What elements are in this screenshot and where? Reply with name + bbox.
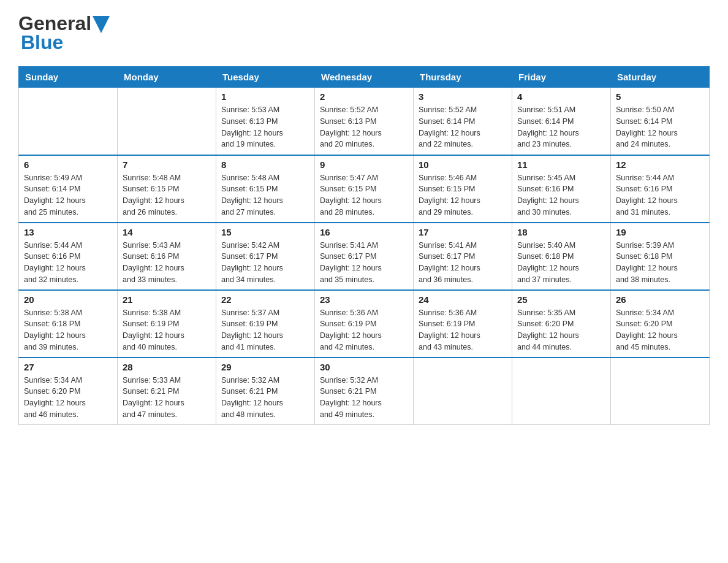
day-number: 8: [221, 159, 309, 170]
day-number: 22: [221, 294, 309, 305]
day-number: 5: [616, 91, 704, 102]
day-info: Sunrise: 5:44 AMSunset: 6:16 PMDaylight:…: [24, 240, 112, 286]
day-number: 11: [517, 159, 605, 170]
day-info: Sunrise: 5:41 AMSunset: 6:17 PMDaylight:…: [320, 240, 408, 286]
day-info: Sunrise: 5:45 AMSunset: 6:16 PMDaylight:…: [517, 172, 605, 218]
calendar-cell: 6Sunrise: 5:49 AMSunset: 6:14 PMDaylight…: [19, 155, 118, 223]
svg-marker-0: [93, 16, 110, 33]
calendar-cell: 29Sunrise: 5:32 AMSunset: 6:21 PMDayligh…: [216, 358, 315, 425]
day-number: 1: [221, 91, 309, 102]
day-number: 13: [24, 227, 112, 237]
day-info: Sunrise: 5:48 AMSunset: 6:15 PMDaylight:…: [221, 172, 309, 218]
calendar-cell: 13Sunrise: 5:44 AMSunset: 6:16 PMDayligh…: [19, 223, 118, 290]
day-info: Sunrise: 5:32 AMSunset: 6:21 PMDaylight:…: [221, 375, 309, 421]
day-number: 25: [517, 294, 605, 305]
day-header-friday: Friday: [512, 67, 611, 88]
day-number: 19: [616, 227, 704, 237]
day-info: Sunrise: 5:52 AMSunset: 6:14 PMDaylight:…: [419, 104, 507, 150]
day-info: Sunrise: 5:34 AMSunset: 6:20 PMDaylight:…: [24, 375, 112, 421]
calendar-cell: 8Sunrise: 5:48 AMSunset: 6:15 PMDaylight…: [216, 155, 315, 223]
day-info: Sunrise: 5:34 AMSunset: 6:20 PMDaylight:…: [616, 307, 704, 353]
day-number: 16: [320, 227, 408, 237]
day-number: 15: [221, 227, 309, 237]
calendar-cell: 27Sunrise: 5:34 AMSunset: 6:20 PMDayligh…: [19, 358, 118, 425]
calendar-cell: 22Sunrise: 5:37 AMSunset: 6:19 PMDayligh…: [216, 290, 315, 358]
logo-blue-text: Blue: [21, 31, 63, 54]
calendar-table: SundayMondayTuesdayWednesdayThursdayFrid…: [18, 66, 710, 425]
day-number: 18: [517, 227, 605, 237]
day-info: Sunrise: 5:51 AMSunset: 6:14 PMDaylight:…: [517, 104, 605, 150]
calendar-week-row: 1Sunrise: 5:53 AMSunset: 6:13 PMDaylight…: [19, 88, 710, 155]
page-header: General Blue: [18, 12, 710, 54]
day-header-tuesday: Tuesday: [216, 67, 315, 88]
day-info: Sunrise: 5:41 AMSunset: 6:17 PMDaylight:…: [419, 240, 507, 286]
calendar-cell: 18Sunrise: 5:40 AMSunset: 6:18 PMDayligh…: [512, 223, 611, 290]
calendar-cell: 1Sunrise: 5:53 AMSunset: 6:13 PMDaylight…: [216, 88, 315, 155]
calendar-cell: 28Sunrise: 5:33 AMSunset: 6:21 PMDayligh…: [118, 358, 216, 425]
day-info: Sunrise: 5:46 AMSunset: 6:15 PMDaylight:…: [419, 172, 507, 218]
day-info: Sunrise: 5:33 AMSunset: 6:21 PMDaylight:…: [123, 375, 211, 421]
day-number: 12: [616, 159, 704, 170]
day-header-saturday: Saturday: [611, 67, 710, 88]
calendar-cell: [611, 358, 710, 425]
calendar-cell: [512, 358, 611, 425]
day-number: 21: [123, 294, 211, 305]
day-info: Sunrise: 5:49 AMSunset: 6:14 PMDaylight:…: [24, 172, 112, 218]
day-info: Sunrise: 5:36 AMSunset: 6:19 PMDaylight:…: [320, 307, 408, 353]
logo: General Blue: [18, 12, 110, 54]
day-header-thursday: Thursday: [414, 67, 512, 88]
day-header-wednesday: Wednesday: [315, 67, 414, 88]
day-info: Sunrise: 5:37 AMSunset: 6:19 PMDaylight:…: [221, 307, 309, 353]
day-number: 10: [419, 159, 507, 170]
day-info: Sunrise: 5:39 AMSunset: 6:18 PMDaylight:…: [616, 240, 704, 286]
calendar-cell: [414, 358, 512, 425]
calendar-header-row: SundayMondayTuesdayWednesdayThursdayFrid…: [19, 67, 710, 88]
day-number: 28: [123, 362, 211, 372]
day-info: Sunrise: 5:40 AMSunset: 6:18 PMDaylight:…: [517, 240, 605, 286]
calendar-cell: 12Sunrise: 5:44 AMSunset: 6:16 PMDayligh…: [611, 155, 710, 223]
calendar-cell: 25Sunrise: 5:35 AMSunset: 6:20 PMDayligh…: [512, 290, 611, 358]
day-number: 2: [320, 91, 408, 102]
day-info: Sunrise: 5:38 AMSunset: 6:19 PMDaylight:…: [123, 307, 211, 353]
day-header-sunday: Sunday: [19, 67, 118, 88]
calendar-cell: 2Sunrise: 5:52 AMSunset: 6:13 PMDaylight…: [315, 88, 414, 155]
calendar-week-row: 20Sunrise: 5:38 AMSunset: 6:18 PMDayligh…: [19, 290, 710, 358]
day-number: 23: [320, 294, 408, 305]
day-number: 7: [123, 159, 211, 170]
calendar-cell: 15Sunrise: 5:42 AMSunset: 6:17 PMDayligh…: [216, 223, 315, 290]
day-number: 30: [320, 362, 408, 372]
day-number: 3: [419, 91, 507, 102]
day-number: 27: [24, 362, 112, 372]
calendar-cell: 9Sunrise: 5:47 AMSunset: 6:15 PMDaylight…: [315, 155, 414, 223]
day-info: Sunrise: 5:36 AMSunset: 6:19 PMDaylight:…: [419, 307, 507, 353]
day-info: Sunrise: 5:43 AMSunset: 6:16 PMDaylight:…: [123, 240, 211, 286]
day-info: Sunrise: 5:53 AMSunset: 6:13 PMDaylight:…: [221, 104, 309, 150]
day-info: Sunrise: 5:42 AMSunset: 6:17 PMDaylight:…: [221, 240, 309, 286]
day-number: 20: [24, 294, 112, 305]
day-info: Sunrise: 5:35 AMSunset: 6:20 PMDaylight:…: [517, 307, 605, 353]
calendar-cell: 3Sunrise: 5:52 AMSunset: 6:14 PMDaylight…: [414, 88, 512, 155]
calendar-cell: 26Sunrise: 5:34 AMSunset: 6:20 PMDayligh…: [611, 290, 710, 358]
day-number: 4: [517, 91, 605, 102]
calendar-cell: 16Sunrise: 5:41 AMSunset: 6:17 PMDayligh…: [315, 223, 414, 290]
day-header-monday: Monday: [118, 67, 216, 88]
calendar-cell: 11Sunrise: 5:45 AMSunset: 6:16 PMDayligh…: [512, 155, 611, 223]
day-info: Sunrise: 5:50 AMSunset: 6:14 PMDaylight:…: [616, 104, 704, 150]
day-number: 24: [419, 294, 507, 305]
calendar-week-row: 6Sunrise: 5:49 AMSunset: 6:14 PMDaylight…: [19, 155, 710, 223]
day-info: Sunrise: 5:52 AMSunset: 6:13 PMDaylight:…: [320, 104, 408, 150]
calendar-cell: [19, 88, 118, 155]
calendar-cell: [118, 88, 216, 155]
calendar-week-row: 13Sunrise: 5:44 AMSunset: 6:16 PMDayligh…: [19, 223, 710, 290]
calendar-cell: 19Sunrise: 5:39 AMSunset: 6:18 PMDayligh…: [611, 223, 710, 290]
day-number: 17: [419, 227, 507, 237]
day-number: 14: [123, 227, 211, 237]
day-number: 6: [24, 159, 112, 170]
day-info: Sunrise: 5:48 AMSunset: 6:15 PMDaylight:…: [123, 172, 211, 218]
day-info: Sunrise: 5:32 AMSunset: 6:21 PMDaylight:…: [320, 375, 408, 421]
calendar-week-row: 27Sunrise: 5:34 AMSunset: 6:20 PMDayligh…: [19, 358, 710, 425]
calendar-cell: 5Sunrise: 5:50 AMSunset: 6:14 PMDaylight…: [611, 88, 710, 155]
day-info: Sunrise: 5:38 AMSunset: 6:18 PMDaylight:…: [24, 307, 112, 353]
calendar-cell: 7Sunrise: 5:48 AMSunset: 6:15 PMDaylight…: [118, 155, 216, 223]
calendar-cell: 24Sunrise: 5:36 AMSunset: 6:19 PMDayligh…: [414, 290, 512, 358]
